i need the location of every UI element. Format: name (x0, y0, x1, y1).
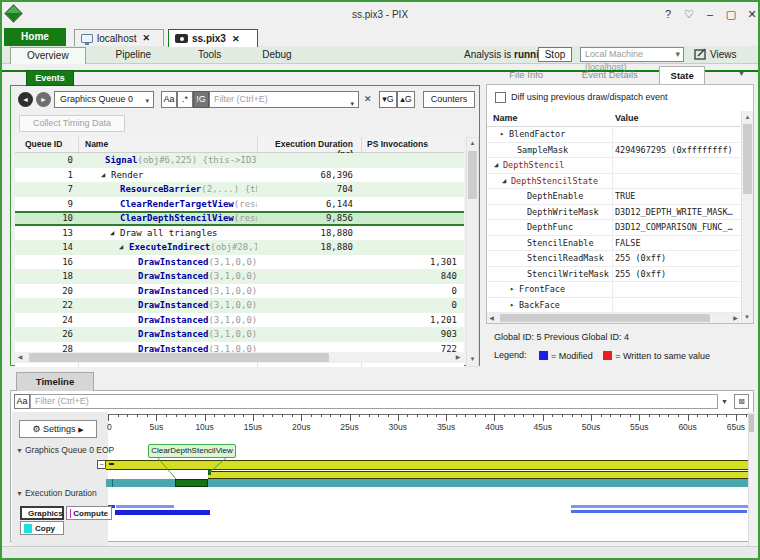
legend-button-copy[interactable]: Copy (20, 521, 64, 535)
expand-triangle-icon[interactable]: ◢ (110, 226, 114, 241)
tab-state[interactable]: State (659, 66, 705, 84)
clear-filter-button[interactable]: ✕ (364, 94, 372, 104)
table-row[interactable]: 14◢ExecuteIndirect(obj#28,10218,880 (15, 240, 464, 255)
table-row[interactable]: 1◢Render68,396 (15, 168, 464, 183)
maximize-button[interactable]: ▢ (721, 6, 741, 22)
scroll-down-arrow[interactable]: ▼ (467, 354, 478, 366)
close-icon[interactable]: ✕ (142, 33, 150, 43)
eop-detail-bar[interactable] (208, 471, 748, 479)
table-row[interactable]: ◢DepthStencil (487, 158, 740, 174)
table-row[interactable]: DepthEnableTRUE (487, 189, 740, 205)
back-arrow-button[interactable]: ◄ (18, 92, 33, 107)
table-row[interactable]: ▸BackFace (487, 298, 740, 314)
machine-selector[interactable]: Local Machine (localhost)▾ (580, 47, 684, 62)
table-row[interactable]: 26DrawInstanced(3,1,0,0)903 (15, 327, 464, 342)
regex-button[interactable]: .* (177, 91, 193, 108)
lane-label-eop[interactable]: ▼Graphics Queue 0 EOP (16, 445, 114, 455)
table-row[interactable]: 13◢Draw all triangles18,880 (15, 226, 464, 241)
chevron-down-icon[interactable]: ▼ (718, 394, 731, 409)
tab-overflow-dropdown[interactable]: ▼ (738, 70, 745, 77)
table-row[interactable]: 10ClearDepthStencilView(res#2,9,856 (15, 211, 464, 226)
events-table-header[interactable]: Queue ID Name Execution Duration (ns) PS… (15, 137, 464, 153)
expand-triangle-icon[interactable]: ◢ (502, 174, 506, 189)
duration-bar[interactable] (116, 505, 174, 508)
expand-triangle-icon[interactable]: ◢ (494, 158, 498, 173)
scrollbar-thumb[interactable] (743, 124, 752, 194)
match-case-button[interactable]: Aa (161, 91, 177, 108)
selected-event-bar[interactable] (175, 479, 209, 487)
table-row[interactable]: ◢DepthStencilState (487, 174, 740, 190)
prev-group-button[interactable]: ▾G (379, 91, 397, 108)
scroll-up-arrow[interactable]: ▲ (742, 111, 753, 123)
timeline-options-button[interactable]: ⊠ (734, 394, 749, 409)
table-row[interactable]: DepthFuncD3D12_COMPARISON_FUNC_… (487, 220, 740, 236)
expand-triangle-icon[interactable]: ▸ (500, 127, 504, 142)
lane-label-duration[interactable]: ▼Execution Duration (16, 488, 97, 498)
table-row[interactable]: 18DrawInstanced(3,1,0,0)840 (15, 269, 464, 284)
events-panel-tab[interactable]: Events (26, 70, 74, 86)
expand-triangle-icon[interactable]: ▸ (510, 298, 514, 313)
ribbon-tab-tools[interactable]: Tools (181, 47, 238, 64)
table-row[interactable]: StencilWriteMask255 (0xff) (487, 267, 740, 283)
scroll-right-arrow[interactable]: ▶ (731, 313, 740, 323)
collapse-track-button[interactable]: − (97, 460, 106, 469)
timeline-vertical-scrollbar[interactable] (748, 412, 754, 556)
duration-bar[interactable] (571, 505, 748, 508)
views-button[interactable]: Views (710, 49, 737, 60)
tab-file-info[interactable]: File Info (492, 66, 560, 84)
scroll-down-arrow[interactable]: ▼ (742, 311, 752, 323)
settings-button[interactable]: ⚙ Settings ▶ (19, 420, 97, 438)
legend-button-compute[interactable]: Compute (66, 506, 112, 520)
queue-selector[interactable]: Graphics Queue 0▾ (54, 91, 154, 108)
close-icon[interactable]: ✕ (232, 34, 240, 44)
stop-button[interactable]: Stop (538, 47, 572, 62)
table-row[interactable]: DepthWriteMaskD3D12_DEPTH_WRITE_MASK… (487, 205, 740, 221)
timeline-filter-input[interactable]: Filter (Ctrl+E) (30, 394, 718, 409)
table-row[interactable]: 22DrawInstanced(3,1,0,0)0 (15, 298, 464, 313)
timeline-panel-tab[interactable]: Timeline (16, 372, 94, 391)
scroll-left-arrow[interactable]: ◀ (15, 352, 25, 363)
table-row[interactable]: ▸FrontFace (487, 282, 740, 298)
scroll-up-arrow[interactable]: ▲ (467, 138, 478, 150)
scroll-right-arrow[interactable]: ▶ (453, 352, 463, 363)
views-icon[interactable] (694, 48, 707, 60)
ribbon-tab-debug[interactable]: Debug (248, 47, 305, 64)
scroll-left-arrow[interactable]: ◀ (487, 313, 496, 323)
ribbon-tab-overview[interactable]: Overview (10, 47, 86, 64)
table-row[interactable]: 24DrawInstanced(3,1,0,0)1,201 (15, 313, 464, 328)
eop-summary-bar[interactable] (106, 460, 748, 470)
tab-ss.pix3[interactable]: ss.pix3✕ (168, 29, 258, 47)
table-row[interactable]: 9ClearRenderTargetView(res#4,6,144 (15, 197, 464, 212)
feedback-button[interactable]: ♡ (679, 6, 699, 22)
tab-localhost[interactable]: localhost✕ (74, 29, 164, 46)
legend-button-graphics[interactable]: Graphics (20, 506, 64, 520)
counters-button[interactable]: Counters (423, 91, 475, 108)
table-row[interactable]: 16DrawInstanced(3,1,0,0)1,301 (15, 255, 464, 270)
minimize-button[interactable]: – (700, 6, 720, 22)
goto-filter-toggle[interactable]: !G (193, 91, 209, 108)
next-group-button[interactable]: ▴G (397, 91, 415, 108)
scrollbar-thumb[interactable] (500, 314, 710, 322)
close-button[interactable]: ✕ (742, 6, 760, 22)
expand-triangle-icon[interactable]: ◢ (119, 240, 123, 255)
table-row[interactable]: StencilEnableFALSE (487, 236, 740, 252)
table-row[interactable]: 20DrawInstanced(3,1,0,0)0 (15, 284, 464, 299)
diff-checkbox[interactable] (495, 92, 506, 103)
ribbon-tab-pipeline[interactable]: Pipeline (96, 47, 172, 64)
scrollbar-thumb[interactable] (29, 353, 329, 362)
tab-home[interactable]: Home (4, 28, 66, 46)
expand-triangle-icon[interactable]: ▸ (510, 282, 514, 297)
events-filter-input[interactable]: Filter (Ctrl+E)▾ (209, 91, 359, 108)
scrollbar-thumb[interactable] (468, 151, 477, 199)
collect-timing-data-button[interactable]: Collect Timing Data (19, 115, 125, 132)
forward-arrow-button[interactable]: ► (36, 92, 51, 107)
tab-event-details[interactable]: Event Details (564, 66, 655, 84)
title-bar[interactable]: ss.pix3 - PIX ?♡–▢✕ (2, 2, 758, 28)
events-vertical-scrollbar[interactable]: ▲ ▼ (466, 137, 479, 367)
table-row[interactable]: SampleMask4294967295 (0xffffffff) (487, 143, 740, 159)
table-row[interactable]: StencilReadMask255 (0xff) (487, 251, 740, 267)
help-button[interactable]: ? (658, 6, 678, 22)
table-row[interactable]: 0Signal(obj#6,225) {this->ID3D (15, 153, 464, 168)
events-horizontal-scrollbar[interactable]: ◀ ▶ (15, 352, 464, 363)
scrollbar-thumb[interactable] (749, 414, 754, 432)
